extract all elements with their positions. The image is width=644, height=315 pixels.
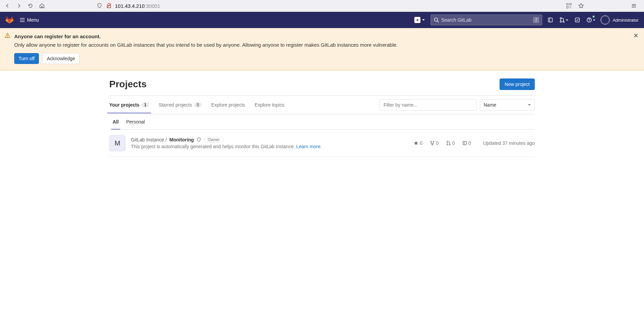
gitlab-header: Menu + / Administrator — [0, 12, 644, 28]
visibility-internal-icon — [197, 137, 201, 142]
stat-issues[interactable]: 0 — [462, 140, 471, 146]
tab-explore-topics[interactable]: Explore topics — [255, 97, 284, 113]
alert-title: Anyone can register for an account. — [14, 33, 639, 39]
new-project-button[interactable]: New project — [500, 78, 535, 90]
page-title: Projects — [109, 79, 147, 90]
issues-icon — [462, 141, 467, 145]
acknowledge-button[interactable]: Acknowledge — [42, 53, 79, 64]
projects-tabs: Your projects 1 Starred projects 0 Explo… — [109, 95, 535, 114]
tab-your-projects[interactable]: Your projects 1 — [109, 97, 149, 113]
tab-explore-projects[interactable]: Explore projects — [211, 97, 245, 113]
todos-link[interactable] — [573, 16, 581, 24]
owner-badge: Owner — [204, 137, 223, 142]
arrow-left-icon — [5, 3, 10, 8]
project-avatar: M — [109, 135, 125, 151]
url-text: 101.43.4.210:30001 — [115, 3, 160, 9]
tab-count: 1 — [141, 102, 149, 108]
search-kbd-hint: / — [533, 17, 539, 23]
svg-rect-5 — [571, 7, 571, 8]
arrow-right-icon — [16, 3, 22, 8]
merge-requests-dropdown[interactable] — [558, 16, 569, 24]
gitlab-logo-icon[interactable] — [5, 16, 14, 24]
sort-dropdown[interactable]: Name — [480, 99, 535, 111]
notification-dot — [592, 15, 595, 18]
svg-point-21 — [601, 16, 609, 24]
chevron-down-icon — [566, 19, 569, 22]
filter-input[interactable] — [379, 99, 477, 111]
tab-label: Explore topics — [255, 102, 284, 108]
search-box[interactable]: / — [431, 15, 542, 25]
bookmark-star-icon[interactable] — [576, 1, 586, 10]
svg-point-30 — [447, 144, 448, 145]
svg-point-12 — [434, 18, 438, 21]
shield-icon — [96, 2, 103, 9]
qr-icon[interactable] — [564, 1, 574, 10]
issues-link[interactable] — [546, 16, 554, 24]
close-icon — [633, 33, 639, 38]
star-icon — [414, 141, 418, 145]
user-avatar[interactable] — [600, 15, 610, 25]
svg-point-23 — [7, 37, 7, 37]
stat-stars[interactable]: 0 — [414, 140, 422, 146]
svg-rect-2 — [570, 3, 571, 5]
svg-rect-4 — [570, 6, 570, 7]
reload-icon — [28, 3, 33, 8]
tab-label: Your projects — [109, 102, 139, 108]
learn-more-link[interactable]: Learn more. — [296, 144, 322, 149]
browser-menu-icon[interactable] — [629, 1, 639, 10]
svg-point-15 — [560, 18, 561, 19]
svg-point-29 — [447, 141, 448, 142]
svg-rect-1 — [567, 3, 568, 5]
help-icon — [586, 17, 592, 23]
project-name[interactable]: Monitoring — [169, 137, 194, 142]
svg-rect-3 — [567, 6, 568, 8]
user-name[interactable]: Administrator — [613, 18, 639, 23]
alert-close-button[interactable] — [633, 33, 639, 38]
project-stats: 0 0 0 0 — [414, 140, 471, 146]
stat-merge-requests[interactable]: 0 — [446, 140, 455, 146]
browser-forward-button[interactable] — [14, 1, 24, 10]
merge-request-icon — [446, 141, 451, 145]
project-row[interactable]: M GitLab Instance / Monitoring Owner Thi… — [109, 130, 535, 157]
hamburger-icon — [20, 17, 25, 23]
svg-point-26 — [431, 141, 432, 142]
chevron-down-icon — [528, 103, 531, 107]
tab-starred-projects[interactable]: Starred projects 0 — [159, 97, 202, 113]
plus-icon: + — [414, 17, 420, 23]
sort-label: Name — [484, 102, 496, 108]
fork-icon — [430, 141, 435, 145]
svg-point-16 — [560, 21, 561, 22]
subtab-personal[interactable]: Personal — [126, 114, 145, 129]
warning-icon — [5, 33, 10, 38]
svg-point-17 — [563, 21, 564, 22]
browser-reload-button[interactable] — [26, 1, 35, 10]
tab-label: Starred projects — [159, 102, 192, 108]
subtab-all[interactable]: All — [113, 114, 119, 129]
chevron-down-icon — [422, 18, 425, 22]
create-new-dropdown[interactable]: + — [413, 16, 427, 24]
turn-off-button[interactable]: Turn off — [14, 53, 39, 64]
search-icon — [434, 17, 439, 23]
browser-back-button[interactable] — [3, 1, 12, 10]
tab-label: Explore projects — [211, 102, 245, 108]
search-input[interactable] — [439, 17, 533, 23]
menu-button[interactable]: Menu — [17, 16, 42, 24]
svg-point-28 — [432, 144, 433, 145]
svg-rect-14 — [548, 18, 552, 22]
avatar-icon — [601, 16, 610, 24]
help-dropdown[interactable] — [585, 16, 596, 24]
project-updated: Updated 37 minutes ago — [483, 140, 535, 146]
svg-rect-32 — [463, 141, 466, 145]
registration-alert: Anyone can register for an account. Only… — [0, 28, 644, 70]
stat-forks[interactable]: 0 — [430, 140, 439, 146]
merge-request-icon — [559, 17, 565, 23]
svg-line-13 — [437, 21, 439, 22]
browser-chrome: 101.43.4.210:30001 — [0, 0, 644, 12]
alert-body: Only allow anyone to register for accoun… — [14, 41, 639, 48]
lock-insecure-icon — [106, 2, 112, 9]
url-bar[interactable]: 101.43.4.210:30001 — [96, 2, 562, 9]
project-namespace[interactable]: GitLab Instance / — [131, 137, 167, 142]
project-description: This project is automatically generated … — [131, 144, 408, 149]
svg-point-27 — [433, 141, 434, 142]
browser-home-button[interactable] — [37, 1, 47, 10]
